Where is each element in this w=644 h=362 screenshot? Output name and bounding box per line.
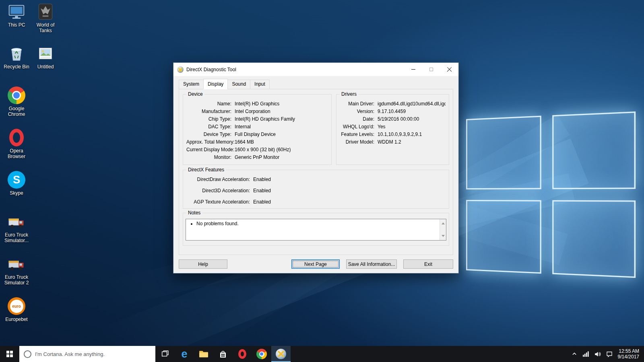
display-tab-panel: Device Name:Intel(R) HD Graphics Manufac… xyxy=(179,89,453,255)
dxdiag-icon xyxy=(276,349,286,359)
minimize-icon xyxy=(411,69,415,70)
help-button[interactable]: Help xyxy=(179,259,227,269)
field-value: Generic PnP Monitor xyxy=(235,154,328,160)
action-center-icon[interactable] xyxy=(606,351,613,357)
desktop-icon-skype[interactable]: Skype xyxy=(2,171,31,196)
tab-system[interactable]: System xyxy=(179,80,204,89)
windows-hero-logo xyxy=(466,111,636,278)
desktop-icon-euro-truck-simulator[interactable]: Euro Truck Simulator... xyxy=(2,212,31,243)
desktop-icon-label: Euro Truck Simulator 2 xyxy=(2,274,31,286)
desktop-icon-untitled[interactable]: Untitled xyxy=(31,44,60,70)
recycle-bin-icon xyxy=(7,44,26,63)
next-page-button[interactable]: Next Page xyxy=(291,259,340,269)
task-view-button[interactable] xyxy=(155,346,175,362)
field-label: DirectDraw Acceleration: xyxy=(186,177,250,183)
taskbar-file-explorer-button[interactable] xyxy=(194,346,213,362)
notes-scrollbar[interactable] xyxy=(440,219,446,240)
cortana-search-box[interactable] xyxy=(19,346,155,362)
field-value: WDDM 1.2 xyxy=(378,139,446,145)
desktop-icon-world-of-tanks[interactable]: World of Tanks xyxy=(31,2,60,33)
desktop-icon-label: Europebet xyxy=(2,317,31,322)
field-value: 9.17.10.4459 xyxy=(378,109,446,115)
drivers-groupbox: Drivers Main Driver:igdumd64.dll,igd10um… xyxy=(336,94,449,165)
volume-icon[interactable] xyxy=(594,351,601,358)
taskbar-dxdiag-button-active[interactable] xyxy=(271,346,291,362)
system-tray: 12:55 AM 9/14/2017 xyxy=(572,346,644,362)
field-value: Intel(R) HD Graphics xyxy=(235,101,328,107)
desktop-icon-europebet[interactable]: Europebet xyxy=(2,297,31,322)
field-label: Main Driver: xyxy=(340,101,374,107)
opera-icon xyxy=(238,349,246,359)
field-value: Intel Corporation xyxy=(235,109,328,115)
world-of-tanks-icon xyxy=(36,2,55,21)
notes-textarea[interactable]: No problems found. xyxy=(186,219,446,241)
search-input[interactable] xyxy=(35,351,151,357)
desktop-icon-recycle-bin[interactable]: Recycle Bin xyxy=(2,44,31,70)
untitled-file-icon xyxy=(36,44,55,63)
task-view-icon xyxy=(161,350,169,358)
window-titlebar[interactable]: DirectX Diagnostic Tool xyxy=(173,63,458,76)
desktop-icon-this-pc[interactable]: This PC xyxy=(2,2,31,28)
device-legend: Device xyxy=(186,91,204,97)
field-label: Name: xyxy=(186,101,231,107)
file-explorer-icon xyxy=(198,349,209,359)
drivers-legend: Drivers xyxy=(340,91,358,97)
maximize-button[interactable] xyxy=(422,63,440,76)
taskbar-edge-button[interactable]: e xyxy=(175,346,194,362)
clock-date: 9/14/2017 xyxy=(618,354,639,360)
close-icon xyxy=(447,67,452,72)
field-value: Intel(R) HD Graphics Family xyxy=(235,116,328,122)
save-all-information-button[interactable]: Save All Information... xyxy=(346,259,397,269)
screen: This PC World of Tanks Recycle Bin Untit… xyxy=(0,0,644,362)
clock-time: 12:55 AM xyxy=(618,348,639,354)
chrome-icon xyxy=(256,349,267,359)
field-value: 1664 MB xyxy=(235,139,328,145)
this-pc-icon xyxy=(7,2,26,21)
notes-groupbox: Notes No problems found. xyxy=(183,213,449,246)
field-value: Enabled xyxy=(253,199,446,205)
field-value: 5/19/2016 00:00:00 xyxy=(378,116,446,122)
tab-display[interactable]: Display xyxy=(203,79,228,89)
desktop-icon-google-chrome[interactable]: Google Chrome xyxy=(2,86,31,117)
tab-sound[interactable]: Sound xyxy=(227,80,250,89)
field-label: Direct3D Acceleration: xyxy=(186,188,250,194)
tab-input[interactable]: Input xyxy=(250,80,270,89)
directx-features-groupbox: DirectX Features DirectDraw Acceleration… xyxy=(183,170,449,209)
field-label: Approx. Total Memory: xyxy=(186,139,231,145)
start-button[interactable] xyxy=(0,346,19,362)
taskbar-clock[interactable]: 12:55 AM 9/14/2017 xyxy=(618,348,639,360)
field-value: Internal xyxy=(235,124,328,130)
directx-features-legend: DirectX Features xyxy=(186,167,226,173)
window-title: DirectX Diagnostic Tool xyxy=(186,67,236,72)
desktop-icon-label: Google Chrome xyxy=(2,106,31,117)
field-label: Manufacturer: xyxy=(186,109,231,115)
exit-button[interactable]: Exit xyxy=(403,259,453,269)
euro-truck-simulator-2-icon xyxy=(7,255,26,273)
field-label: Driver Model: xyxy=(340,139,374,145)
field-label: Current Display Mode: xyxy=(186,147,231,153)
desktop-icon-label: Euro Truck Simulator... xyxy=(2,232,31,243)
network-icon[interactable] xyxy=(582,351,589,357)
close-button[interactable] xyxy=(440,63,458,76)
minimize-button[interactable] xyxy=(404,63,422,76)
desktop-icon-opera-browser[interactable]: Opera Browser xyxy=(2,128,31,159)
field-label: Chip Type: xyxy=(186,116,231,122)
cortana-icon xyxy=(24,350,31,358)
device-groupbox: Device Name:Intel(R) HD Graphics Manufac… xyxy=(183,94,332,165)
taskbar-opera-button[interactable] xyxy=(233,346,252,362)
field-value: Enabled xyxy=(253,177,446,183)
desktop-icon-label: Untitled xyxy=(31,64,60,70)
field-value: igdumd64.dll,igd10umd64.dll,igd10um xyxy=(378,101,446,107)
opera-icon xyxy=(7,128,26,147)
field-value: Full Display Device xyxy=(235,132,328,138)
windows-start-icon xyxy=(6,351,13,357)
store-icon xyxy=(218,349,228,359)
taskbar-store-button[interactable] xyxy=(213,346,233,362)
desktop-icon-label: This PC xyxy=(2,22,31,28)
field-label: Device Type: xyxy=(186,132,231,138)
edge-icon: e xyxy=(181,349,187,360)
taskbar-chrome-button[interactable] xyxy=(252,346,271,362)
tray-chevron-up-icon[interactable] xyxy=(572,351,577,357)
dialog-button-bar: Help Next Page Save All Information... E… xyxy=(179,259,453,269)
desktop-icon-euro-truck-simulator-2[interactable]: Euro Truck Simulator 2 xyxy=(2,255,31,286)
